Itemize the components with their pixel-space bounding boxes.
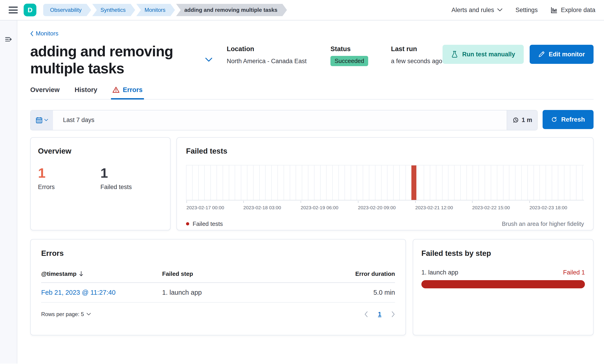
time-range-value[interactable]: Last 7 days xyxy=(53,110,507,130)
step-failed-count: Failed 1 xyxy=(563,269,585,276)
alerts-and-rules-label: Alerts and rules xyxy=(452,7,494,14)
brush-hint-text: Brush an area for higher fidelity xyxy=(502,220,584,228)
tab-history[interactable]: History xyxy=(75,86,97,99)
tab-errors[interactable]: Errors xyxy=(112,86,143,99)
next-page-icon[interactable] xyxy=(391,311,395,317)
rows-per-page-selector[interactable]: Rows per page: 5 xyxy=(41,311,91,317)
chevron-down-icon xyxy=(87,313,91,315)
column-header-error-duration[interactable]: Error duration xyxy=(336,270,395,278)
x-axis-tick-label: 2023-02-22 15:00 xyxy=(472,205,510,210)
stat-value: 1 xyxy=(101,166,163,180)
stat-label: Failed tests xyxy=(101,183,163,191)
x-axis-tick-mark xyxy=(472,201,473,203)
chevron-down-icon xyxy=(44,119,48,121)
x-axis-tick-mark xyxy=(301,201,301,203)
warning-triangle-icon xyxy=(112,86,120,93)
status-label: Status xyxy=(330,45,368,53)
table-row: Feb 21, 2023 @ 11:27:40 1. launch app 5.… xyxy=(41,283,395,303)
error-duration-cell: 5.0 min xyxy=(336,289,395,296)
failed-tests-chart[interactable] xyxy=(186,165,584,200)
x-axis-tick-label: 2023-02-23 18:00 xyxy=(529,205,567,210)
calendar-icon xyxy=(36,117,42,124)
deployment-badge[interactable]: D xyxy=(24,4,36,16)
date-quick-select-button[interactable] xyxy=(31,110,53,130)
tab-bar: Overview History Errors xyxy=(30,86,593,99)
settings-label: Settings xyxy=(516,7,538,14)
failed-by-step-title: Failed tests by step xyxy=(421,249,585,258)
main-content: Monitors adding and removing multiple ta… xyxy=(17,20,604,364)
explore-data-label: Explore data xyxy=(561,7,595,14)
column-header-timestamp[interactable]: @timestamp xyxy=(41,270,162,278)
errors-panel-title: Errors xyxy=(41,249,395,258)
errors-stat: 1 Errors xyxy=(38,166,101,191)
run-test-manually-button[interactable]: Run test manually xyxy=(442,45,524,64)
top-navigation-bar: D Observability Synthetics Monitors addi… xyxy=(0,0,604,20)
stat-label: Errors xyxy=(38,183,101,191)
sort-descending-icon xyxy=(79,271,84,277)
pencil-icon xyxy=(538,51,545,58)
error-timestamp-link[interactable]: Feb 21, 2023 @ 11:27:40 xyxy=(41,289,115,296)
chart-title: Failed tests xyxy=(186,147,584,155)
expand-menu-icon[interactable] xyxy=(5,36,12,43)
step-label: 1. launch app xyxy=(421,269,458,276)
overview-panel: Overview 1 Errors 1 Failed tests xyxy=(30,137,171,231)
status-badge: Succeeded xyxy=(330,56,368,66)
previous-page-icon[interactable] xyxy=(364,311,368,317)
legend-label: Failed tests xyxy=(193,220,223,228)
failed-test-bar[interactable] xyxy=(411,165,416,200)
breadcrumb-current-page: adding and removing multiple tasks xyxy=(176,4,287,16)
menu-hamburger-icon[interactable] xyxy=(9,7,18,13)
overview-panel-title: Overview xyxy=(38,147,163,155)
settings-link[interactable]: Settings xyxy=(516,7,538,14)
legend-dot-icon xyxy=(186,222,189,225)
x-axis-tick-label: 2023-02-19 06:00 xyxy=(301,205,338,210)
errors-panel: Errors @timestamp Failed step Error dura… xyxy=(30,239,406,335)
chart-x-axis: 2023-02-17 00:00 2023-02-18 03:00 2023-0… xyxy=(186,201,584,211)
tab-overview[interactable]: Overview xyxy=(30,86,60,99)
edit-monitor-button[interactable]: Edit monitor xyxy=(530,45,593,64)
x-axis-tick-mark xyxy=(358,201,358,203)
explore-data-link[interactable]: Explore data xyxy=(551,7,595,14)
failed-tests-chart-panel: Failed tests 2023-02-17 00:00 2023-02-18… xyxy=(176,137,593,231)
failed-step-cell: 1. launch app xyxy=(162,289,336,296)
refresh-clock-icon xyxy=(512,117,519,124)
breadcrumb-monitors[interactable]: Monitors xyxy=(136,4,175,16)
refresh-button[interactable]: Refresh xyxy=(543,110,593,129)
pagination: 1 xyxy=(364,311,395,318)
last-run-label: Last run xyxy=(391,45,442,53)
step-progress-fill xyxy=(421,280,585,288)
breadcrumb-synthetics[interactable]: Synthetics xyxy=(92,4,135,16)
x-axis-tick-label: 2023-02-17 00:00 xyxy=(187,205,224,210)
x-axis-tick-label: 2023-02-20 09:00 xyxy=(358,205,396,210)
x-axis-tick-mark xyxy=(243,201,244,203)
flask-icon xyxy=(451,51,458,58)
page-number-1[interactable]: 1 xyxy=(378,311,381,318)
breadcrumb: Observability Synthetics Monitors adding… xyxy=(43,4,287,16)
refresh-interval-button[interactable]: 1 m xyxy=(507,110,537,130)
collapsed-sidebar xyxy=(0,20,17,364)
failed-tests-stat: 1 Failed tests xyxy=(101,166,163,191)
location-value: North America - Canada East xyxy=(227,58,307,65)
chevron-left-icon xyxy=(30,31,33,36)
title-chevron-down-icon[interactable] xyxy=(205,58,212,62)
x-axis-tick-label: 2023-02-18 03:00 xyxy=(243,205,281,210)
errors-table: @timestamp Failed step Error duration Fe… xyxy=(41,270,395,303)
column-header-failed-step[interactable]: Failed step xyxy=(162,270,336,278)
time-filter-toolbar: Last 7 days 1 m Refresh xyxy=(30,110,593,130)
back-to-monitors-link[interactable]: Monitors xyxy=(30,30,58,37)
chevron-down-icon xyxy=(497,8,502,12)
bar-chart-icon xyxy=(551,7,558,13)
legend-item-failed-tests[interactable]: Failed tests xyxy=(186,220,223,228)
location-label: Location xyxy=(227,45,307,53)
x-axis-tick-label: 2023-02-21 12:00 xyxy=(415,205,453,210)
super-date-picker: Last 7 days 1 m xyxy=(30,110,538,130)
refresh-icon xyxy=(551,116,557,123)
x-axis-tick-mark xyxy=(187,201,187,203)
last-run-value: a few seconds ago xyxy=(391,58,442,65)
x-axis-tick-mark xyxy=(529,201,530,203)
alerts-and-rules-menu[interactable]: Alerts and rules xyxy=(452,7,502,14)
step-progress-track xyxy=(421,280,585,288)
stat-value: 1 xyxy=(38,166,101,180)
breadcrumb-observability[interactable]: Observability xyxy=(43,4,91,16)
monitor-meta: Location North America - Canada East Sta… xyxy=(227,43,442,77)
